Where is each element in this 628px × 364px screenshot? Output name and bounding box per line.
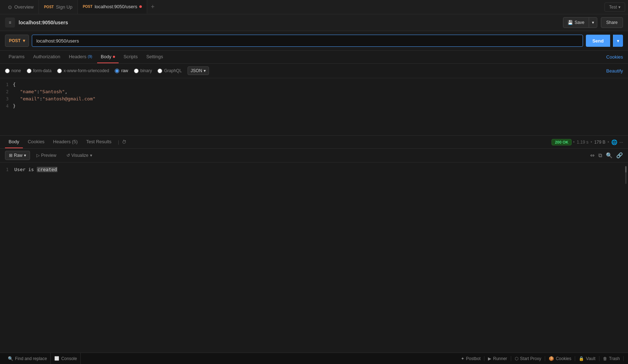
bottom-right-section: ✦ Postbot ▶ Runner ⬡ Start Proxy 🍪 Cooki… <box>457 356 624 361</box>
option-form-data[interactable]: form-data <box>27 68 51 73</box>
scrollbar-thumb <box>625 166 627 173</box>
format-select[interactable]: JSON ▾ <box>188 66 209 75</box>
body-options: none form-data x-www-form-urlencoded raw… <box>0 64 628 78</box>
method-chevron-icon: ▾ <box>23 38 25 43</box>
tab-bar: ⊙ Overview POST Sign Up POST localhost:9… <box>0 0 628 14</box>
resp-divider: | <box>116 139 120 145</box>
runner-icon: ▶ <box>488 356 491 361</box>
env-selector[interactable]: Test ▾ <box>604 3 625 12</box>
raw-icon: ⊞ <box>9 153 13 158</box>
preview-play-icon: ▷ <box>36 153 40 158</box>
option-none[interactable]: none <box>5 68 21 73</box>
response-size: 179 B <box>594 140 605 145</box>
trash-icon: 🗑 <box>603 356 607 361</box>
option-raw[interactable]: raw <box>115 68 128 73</box>
response-line-1: 1 User is created <box>0 166 628 173</box>
resp-tab-cookies[interactable]: Cookies <box>24 136 48 148</box>
start-proxy-button[interactable]: ⬡ Start Proxy <box>511 356 545 361</box>
option-binary[interactable]: binary <box>134 68 152 73</box>
code-line-2: 2 "name":"Santosh", <box>0 88 628 95</box>
env-chevron-icon: ▾ <box>618 5 620 10</box>
overview-icon: ⊙ <box>8 4 12 10</box>
body-active-dot <box>113 56 115 58</box>
code-line-3: 3 "email":"santosh@gmail.com" <box>0 95 628 103</box>
tab-signup-method: POST <box>44 5 54 9</box>
tab-headers[interactable]: Headers (9) <box>65 51 96 63</box>
visualize-chevron-icon: ▾ <box>90 153 92 158</box>
resp-tab-test-results[interactable]: Test Results <box>83 136 115 148</box>
console-button[interactable]: ⬜ Console <box>51 353 81 364</box>
response-section: Body Cookies Headers (5) Test Results | … <box>0 135 628 353</box>
resp-tab-body[interactable]: Body <box>5 136 23 148</box>
wrap-icon[interactable]: ⇔ <box>590 152 595 159</box>
status-badge: 200 OK <box>552 139 572 145</box>
resp-more-icon[interactable]: ··· <box>619 140 623 145</box>
tab-scripts[interactable]: Scripts <box>120 51 141 63</box>
format-chevron-icon: ▾ <box>204 68 206 73</box>
tab-signup[interactable]: POST Sign Up <box>39 0 78 14</box>
headers-badge: (9) <box>88 55 92 59</box>
save-main[interactable]: 💾 Save <box>563 18 589 28</box>
option-graphql[interactable]: GraphQL <box>158 68 181 73</box>
share-button[interactable]: Share <box>601 17 623 28</box>
trash-button[interactable]: 🗑 Trash <box>599 356 624 361</box>
response-header: Body Cookies Headers (5) Test Results | … <box>0 136 628 149</box>
response-highlight-created: created <box>37 167 58 172</box>
tab-authorization[interactable]: Authorization <box>30 51 64 63</box>
cookies-link[interactable]: Cookies <box>606 54 623 60</box>
cookies-bottom-icon: 🍪 <box>549 356 554 361</box>
runner-button[interactable]: ▶ Runner <box>484 356 511 361</box>
method-select[interactable]: POST ▾ <box>5 35 29 47</box>
response-action-icons: ⇔ ⧉ 🔍 🔗 <box>590 152 623 159</box>
send-button[interactable]: Send <box>586 35 610 47</box>
proxy-icon: ⬡ <box>515 356 518 361</box>
beautify-link[interactable]: Beautify <box>606 68 623 74</box>
postbot-button[interactable]: ✦ Postbot <box>457 356 485 361</box>
visualize-icon: ↺ <box>66 153 70 158</box>
find-replace-button[interactable]: 🔍 Find and replace <box>4 353 51 364</box>
tab-users-method: POST <box>83 5 93 9</box>
response-meta: • 1.19 s • 179 B • 🌐 ··· <box>573 139 623 145</box>
request-title: localhost:9050/users <box>19 20 559 25</box>
vault-button[interactable]: 🔒 Vault <box>575 356 599 361</box>
resp-tab-headers[interactable]: Headers (5) <box>50 136 81 148</box>
visualize-button[interactable]: ↺ Visualize ▾ <box>63 151 96 160</box>
response-body: 1 User is created <box>0 163 628 353</box>
save-button[interactable]: 💾 Save ▾ <box>563 17 597 28</box>
request-icon: ≡ <box>5 18 15 28</box>
response-time: 1.19 s <box>577 140 589 145</box>
tab-settings[interactable]: Settings <box>143 51 166 63</box>
link-icon[interactable]: 🔗 <box>616 152 623 159</box>
postbot-icon: ✦ <box>461 356 464 361</box>
raw-chevron-icon: ▾ <box>24 153 26 158</box>
tab-params[interactable]: Params <box>5 51 28 63</box>
tab-users-label: localhost:9050/users <box>95 4 137 9</box>
response-view-options: ⊞ Raw ▾ ▷ Preview ↺ Visualize ▾ ⇔ ⧉ 🔍 🔗 <box>0 149 628 163</box>
tab-signup-label: Sign Up <box>56 4 72 10</box>
request-body-editor[interactable]: 1 { 2 "name":"Santosh", 3 "email":"santo… <box>0 78 628 135</box>
tab-body[interactable]: Body <box>97 51 119 63</box>
raw-button[interactable]: ⊞ Raw ▾ <box>5 151 30 160</box>
bottom-bar: 🔍 Find and replace ⬜ Console ✦ Postbot ▶… <box>0 353 628 364</box>
find-replace-icon: 🔍 <box>8 356 13 361</box>
url-input[interactable] <box>32 35 583 47</box>
tab-users[interactable]: POST localhost:9050/users <box>78 0 147 14</box>
tab-overview[interactable]: ⊙ Overview <box>3 0 39 14</box>
save-dropdown-arrow[interactable]: ▾ <box>589 18 597 28</box>
option-urlencoded[interactable]: x-www-form-urlencoded <box>57 68 109 73</box>
raw-label: Raw <box>14 153 23 158</box>
tab-add-button[interactable]: + <box>147 3 158 11</box>
console-icon: ⬜ <box>54 356 59 361</box>
copy-icon[interactable]: ⧉ <box>598 152 602 159</box>
send-dropdown-button[interactable]: ▾ <box>613 35 623 47</box>
resp-history-icon[interactable]: ⏱ <box>122 139 126 145</box>
tab-overview-label: Overview <box>14 4 34 10</box>
cookies-bottom-button[interactable]: 🍪 Cookies <box>545 356 575 361</box>
request-tabs-nav: Params Authorization Headers (9) Body Sc… <box>0 51 628 64</box>
search-icon[interactable]: 🔍 <box>606 152 613 159</box>
globe-icon: 🌐 <box>611 139 617 145</box>
code-line-4: 4 } <box>0 103 628 110</box>
code-line-1: 1 { <box>0 81 628 88</box>
preview-button[interactable]: ▷ Preview <box>33 151 60 160</box>
url-bar: POST ▾ Send ▾ <box>0 31 628 51</box>
